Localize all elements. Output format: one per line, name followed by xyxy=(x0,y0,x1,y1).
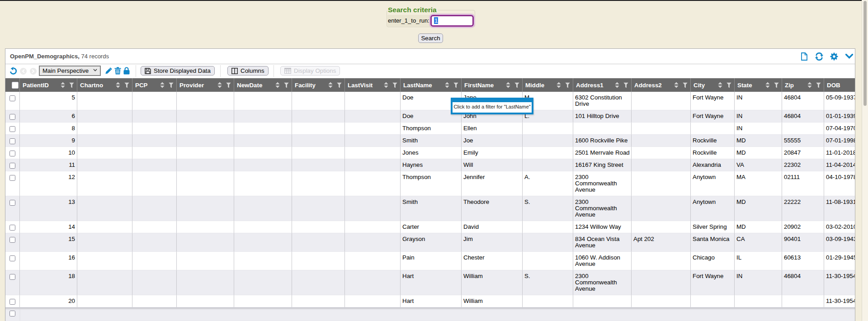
sort-icon[interactable] xyxy=(61,82,65,88)
sort-icon[interactable] xyxy=(615,82,619,88)
table-row[interactable]: 11HaynesWill16167 King StreetAlexandriaV… xyxy=(5,159,855,171)
column-header-firstname[interactable]: FirstName xyxy=(462,78,523,92)
filter-icon[interactable] xyxy=(169,82,174,88)
column-header-chartno[interactable]: Chartno xyxy=(77,78,132,92)
column-header-lastvisit[interactable]: LastVisit xyxy=(345,78,401,92)
column-header-newdate[interactable]: NewDate xyxy=(234,78,292,92)
sort-icon[interactable] xyxy=(217,82,222,88)
cell-firstname: Will xyxy=(462,159,523,171)
table-row[interactable]: 14CarterDavid1234 Willow WaySilver Sprin… xyxy=(5,221,855,233)
chevron-left-icon[interactable] xyxy=(20,68,27,75)
new-document-icon[interactable] xyxy=(800,52,808,61)
column-header-zip[interactable]: Zip xyxy=(782,78,824,92)
undo-icon[interactable] xyxy=(9,67,17,75)
row-checkbox[interactable] xyxy=(9,225,15,231)
filter-icon[interactable] xyxy=(392,82,397,88)
column-header-facility[interactable]: Facility xyxy=(292,78,345,92)
filter-icon[interactable] xyxy=(124,82,129,88)
cell-dob: 11-04-2014 xyxy=(824,159,855,171)
table-row[interactable]: 15GraysonJim834 Ocean Vista AvenueApt 20… xyxy=(5,233,855,252)
column-header-address2[interactable]: Address2 xyxy=(632,78,691,92)
row-checkbox[interactable] xyxy=(9,175,15,181)
column-header-pcp[interactable]: PCP xyxy=(132,78,177,92)
row-checkbox[interactable] xyxy=(9,114,15,120)
sort-icon[interactable] xyxy=(384,82,388,88)
table-row[interactable]: 16PainChester1060 W. Addison AvenueChica… xyxy=(5,252,855,270)
filter-icon[interactable] xyxy=(623,82,628,88)
perspective-select[interactable]: Main Perspective xyxy=(39,66,101,76)
row-checkbox[interactable] xyxy=(9,299,15,305)
sort-icon[interactable] xyxy=(765,82,770,88)
column-header-middle[interactable]: Middle xyxy=(523,78,573,92)
column-header-patientid[interactable]: PatientID xyxy=(20,78,77,92)
columns-button[interactable]: Columns xyxy=(227,66,269,76)
chevron-down-icon[interactable] xyxy=(845,52,853,61)
table-row[interactable]: 5DoeJaneM.6302 Constitution DriveFort Wa… xyxy=(5,92,855,110)
sort-icon[interactable] xyxy=(557,82,561,88)
column-header-lastname[interactable]: LastName xyxy=(401,78,462,92)
table-row[interactable]: 10JonesEmily2501 Merrvale RoadRockvilleM… xyxy=(5,147,855,159)
row-checkbox[interactable] xyxy=(9,95,15,101)
row-checkbox[interactable] xyxy=(9,163,15,169)
table-row[interactable]: 9SmithJoe1600 Rockville PikeRockvilleMD5… xyxy=(5,135,855,147)
table-row[interactable]: 12ThompsonJenniferA.2300 Commonwealth Av… xyxy=(5,171,855,196)
pencil-icon[interactable] xyxy=(105,67,113,75)
lock-icon[interactable] xyxy=(123,67,131,75)
row-checkbox[interactable] xyxy=(9,151,15,156)
sort-icon[interactable] xyxy=(506,82,510,88)
cell-address1: 16167 King Street xyxy=(573,159,632,171)
filter-icon[interactable] xyxy=(816,82,821,88)
column-header-address1[interactable]: Address1 xyxy=(573,78,632,92)
table-row[interactable]: 13SmithTheodoreS.2300 Commonwealth Avenu… xyxy=(5,196,855,221)
search-button[interactable]: Search xyxy=(418,33,443,43)
cell-chartno xyxy=(77,110,132,123)
select-all-checkbox[interactable] xyxy=(12,82,19,89)
row-checkbox[interactable] xyxy=(9,311,15,316)
sort-icon[interactable] xyxy=(718,82,722,88)
sort-icon[interactable] xyxy=(445,82,449,88)
row-checkbox[interactable] xyxy=(9,126,15,132)
filter-icon[interactable] xyxy=(683,82,688,88)
row-checkbox[interactable] xyxy=(9,274,15,280)
sort-icon[interactable] xyxy=(328,82,333,88)
filter-icon[interactable] xyxy=(774,82,779,88)
table-row[interactable]: 8ThompsonEllenIN07-04-1970 xyxy=(5,123,855,135)
sort-icon[interactable] xyxy=(116,82,120,88)
vertical-scrollbar[interactable] xyxy=(862,0,868,321)
chevron-right-icon[interactable] xyxy=(30,68,37,75)
trash-icon[interactable] xyxy=(114,67,122,75)
sort-icon[interactable] xyxy=(807,82,812,88)
table-row[interactable]: 20HartWilliam11-30-1954 xyxy=(5,295,855,307)
filter-icon[interactable] xyxy=(337,82,342,88)
row-checkbox[interactable] xyxy=(9,237,15,243)
filter-icon[interactable] xyxy=(284,82,289,88)
table-row[interactable]: 18HartWilliamS.2300 Commonwealth AvenueF… xyxy=(5,270,855,295)
filter-icon[interactable] xyxy=(226,82,231,88)
filter-icon[interactable] xyxy=(565,82,570,88)
table-row[interactable]: 6DoeJohnL.101 Hilltop DriveFort WayneIN4… xyxy=(5,110,855,123)
filter-icon[interactable] xyxy=(453,82,458,88)
column-header-provider[interactable]: Provider xyxy=(177,78,234,92)
row-checkbox[interactable] xyxy=(9,138,15,144)
gear-icon[interactable] xyxy=(830,52,838,61)
sort-icon[interactable] xyxy=(160,82,165,88)
store-displayed-data-button[interactable]: Store Displayed Data xyxy=(141,66,215,76)
sort-icon[interactable] xyxy=(275,82,280,88)
refresh-icon[interactable] xyxy=(815,52,823,61)
filter-icon[interactable] xyxy=(69,82,74,88)
column-header-city[interactable]: City xyxy=(691,78,735,92)
sort-icon[interactable] xyxy=(674,82,679,88)
column-header-select[interactable] xyxy=(5,78,20,92)
cell-address1: 101 Hilltop Drive xyxy=(573,110,632,123)
enter-1-to-run-input[interactable]: 1 xyxy=(430,15,474,27)
scrollbar-thumb[interactable] xyxy=(863,1,867,106)
row-checkbox[interactable] xyxy=(9,200,15,206)
filter-icon[interactable] xyxy=(514,82,519,88)
filter-icon[interactable] xyxy=(726,82,731,88)
cell-patientid: 15 xyxy=(20,233,77,252)
column-header-dob[interactable]: DOB xyxy=(824,78,855,92)
row-checkbox[interactable] xyxy=(9,255,15,261)
cell-zip xyxy=(782,295,824,307)
cell-provider xyxy=(177,159,234,171)
column-header-state[interactable]: State xyxy=(735,78,782,92)
